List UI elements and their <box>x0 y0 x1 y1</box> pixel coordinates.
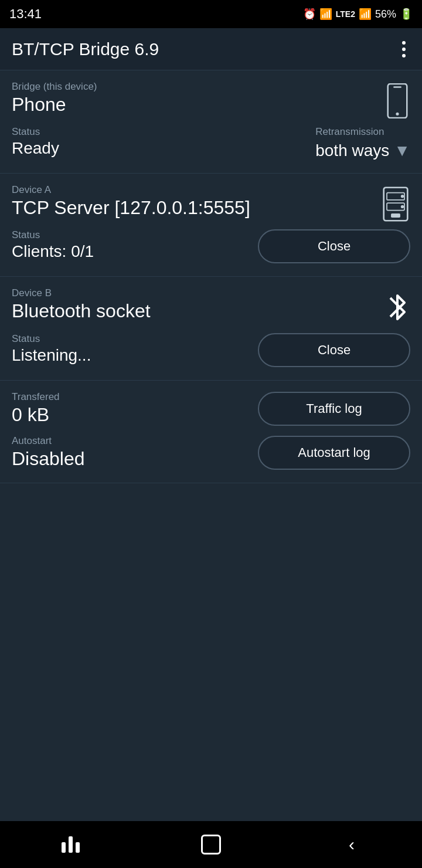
alarm-icon: ⏰ <box>303 8 316 21</box>
server-icon <box>381 187 410 227</box>
device-b-close-button[interactable]: Close <box>258 333 410 367</box>
bluetooth-icon <box>384 290 410 331</box>
device-b-label: Device B <box>12 287 151 299</box>
bridge-status-group: Status Ready <box>12 126 59 158</box>
phone-icon <box>384 83 410 124</box>
app-bar: BT/TCP Bridge 6.9 <box>0 28 422 70</box>
recents-bar-3 <box>76 842 80 853</box>
recents-button[interactable] <box>47 827 94 862</box>
device-b-name: Bluetooth socket <box>12 300 151 322</box>
device-b-status-value: Listening... <box>12 346 91 365</box>
autostart-row: Autostart Disabled Autostart log <box>12 435 410 470</box>
menu-dot-3 <box>402 54 406 57</box>
home-icon <box>201 835 221 855</box>
device-b-status-label: Status <box>12 333 91 345</box>
bridge-header-left: Bridge (this device) Phone <box>12 81 97 124</box>
back-button[interactable]: ‹ <box>328 827 375 862</box>
device-b-status-row: Status Listening... Close <box>12 333 410 367</box>
recents-bar-2 <box>69 836 73 853</box>
battery-percent: 56% <box>375 8 396 21</box>
recents-icon <box>62 836 80 853</box>
device-a-status-row: Status Clients: 0/1 Close <box>12 229 410 263</box>
bridge-status-label: Status <box>12 126 59 138</box>
retransmission-label: Retransmission <box>315 126 384 138</box>
device-b-status-group: Status Listening... <box>12 333 91 365</box>
battery-icon: 🔋 <box>400 8 413 21</box>
retransmission-value: both ways <box>315 141 389 160</box>
retransmission-dropdown[interactable]: both ways ▼ <box>315 141 410 160</box>
bridge-device-name: Phone <box>12 94 97 116</box>
bridge-section-label: Bridge (this device) <box>12 81 97 93</box>
navigation-bar: ‹ <box>0 821 422 868</box>
back-icon: ‹ <box>349 835 355 855</box>
device-a-status-label: Status <box>12 229 94 241</box>
bridge-status-value: Ready <box>12 139 59 158</box>
transferred-label: Transfered <box>12 391 60 403</box>
transferred-row: Transfered 0 kB Traffic log <box>12 391 410 426</box>
autostart-value: Disabled <box>12 448 85 470</box>
autostart-log-button[interactable]: Autostart log <box>258 436 410 470</box>
status-icons: ⏰ 📶 LTE2 📶 56% 🔋 <box>303 8 413 21</box>
lte-icon: LTE2 <box>336 9 355 19</box>
transferred-group: Transfered 0 kB <box>12 391 60 426</box>
menu-dot-1 <box>402 41 406 45</box>
dropdown-arrow-icon: ▼ <box>394 141 410 160</box>
bridge-header: Bridge (this device) Phone <box>12 81 410 124</box>
svg-point-2 <box>396 113 399 116</box>
svg-rect-1 <box>393 86 401 88</box>
retransmission-group: Retransmission both ways ▼ <box>315 126 410 160</box>
app-title: BT/TCP Bridge 6.9 <box>12 39 159 59</box>
menu-dot-2 <box>402 48 406 51</box>
transferred-section: Transfered 0 kB Traffic log Autostart Di… <box>0 381 422 483</box>
bridge-section: Bridge (this device) Phone Status Ready … <box>0 70 422 174</box>
autostart-label: Autostart <box>12 435 85 447</box>
signal2-icon: 📶 <box>359 8 372 21</box>
more-options-button[interactable] <box>397 36 410 62</box>
device-a-status-value: Clients: 0/1 <box>12 242 94 261</box>
traffic-log-button[interactable]: Traffic log <box>258 392 410 426</box>
device-a-close-button[interactable]: Close <box>258 229 410 263</box>
status-time: 13:41 <box>9 6 42 22</box>
device-a-status-group: Status Clients: 0/1 <box>12 229 94 261</box>
device-b-header: Device B Bluetooth socket <box>12 287 410 331</box>
bridge-status-row: Status Ready Retransmission both ways ▼ <box>12 126 410 160</box>
device-a-name: TCP Server [127.0.0.1:5555] <box>12 197 250 219</box>
autostart-group: Autostart Disabled <box>12 435 85 470</box>
device-a-section: Device A TCP Server [127.0.0.1:5555] Sta… <box>0 174 422 277</box>
transferred-value: 0 kB <box>12 404 60 426</box>
device-b-section: Device B Bluetooth socket Status Listeni… <box>0 277 422 381</box>
svg-point-7 <box>401 205 404 208</box>
device-b-header-left: Device B Bluetooth socket <box>12 287 151 330</box>
status-bar: 13:41 ⏰ 📶 LTE2 📶 56% 🔋 <box>0 0 422 28</box>
recents-bar-1 <box>62 842 66 853</box>
device-a-header: Device A TCP Server [127.0.0.1:5555] <box>12 184 410 227</box>
empty-content-area <box>0 483 422 821</box>
signal-icon: 📶 <box>319 8 332 21</box>
device-a-label: Device A <box>12 184 250 196</box>
svg-point-5 <box>401 195 404 198</box>
device-a-header-left: Device A TCP Server [127.0.0.1:5555] <box>12 184 250 227</box>
home-button[interactable] <box>188 827 234 862</box>
svg-rect-8 <box>391 213 400 218</box>
